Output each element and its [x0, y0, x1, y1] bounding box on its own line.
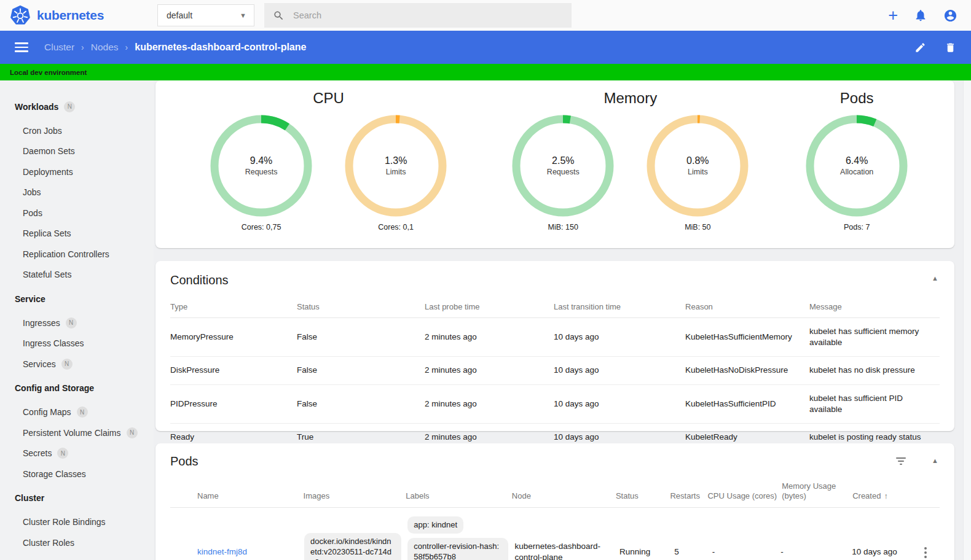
pods-table-header: Name Images Labels Node Status Restarts …	[170, 476, 940, 508]
sidebar-item-cluster-role-bindings[interactable]: Cluster Role Bindings	[0, 512, 154, 533]
filter-icon[interactable]	[896, 456, 906, 465]
cell-type: MemoryPressure	[170, 324, 297, 351]
sidebar-item-services[interactable]: Services N	[0, 354, 154, 375]
row-actions-menu-icon[interactable]	[918, 546, 934, 558]
delete-trash-icon[interactable]	[945, 42, 956, 53]
notifications-bell-icon[interactable]	[914, 9, 927, 22]
donut-percent: 1.3%	[385, 155, 407, 166]
search-icon	[273, 10, 285, 21]
search-bar[interactable]	[264, 3, 572, 28]
cell-reason: KubeletHasNoDiskPressure	[685, 357, 809, 384]
donut-caption: Cores: 0,75	[242, 223, 281, 231]
page-title: kubernetes-dashboard-control-plane	[135, 42, 306, 53]
collapse-arrow-icon[interactable]: ▲	[932, 457, 938, 464]
column-header-name[interactable]: Name	[197, 476, 304, 507]
breadcrumb-cluster[interactable]: Cluster	[44, 42, 74, 53]
sidebar-item-deployments[interactable]: Deployments	[0, 161, 154, 182]
sidebar-section-service[interactable]: Service	[0, 289, 154, 309]
sidebar-item-config-maps[interactable]: Config Maps N	[0, 402, 154, 423]
cell-reason: KubeletHasSufficientMemory	[685, 324, 809, 351]
menu-hamburger-icon[interactable]	[15, 42, 28, 52]
memory-chart-title: Memory	[479, 87, 781, 107]
sidebar-item-ingresses[interactable]: Ingresses N	[0, 313, 154, 333]
namespaced-badge: N	[57, 448, 68, 459]
kubernetes-logo[interactable]: kubernetes	[0, 5, 154, 26]
sidebar-item-jobs[interactable]: Jobs	[0, 182, 154, 203]
sidebar-section-workloads[interactable]: Workloads N	[0, 96, 154, 117]
conditions-card: Conditions ▲ Type Status Last probe time…	[155, 261, 954, 431]
donut-label: Limits	[688, 168, 708, 176]
sidebar-section-cluster[interactable]: Cluster	[0, 488, 154, 508]
cell-message: kubelet has no disk pressure	[809, 357, 940, 384]
sort-ascending-icon: ↑	[884, 491, 888, 501]
column-header-status: Status	[297, 296, 425, 317]
sidebar-item-ingress-classes[interactable]: Ingress Classes	[0, 333, 154, 354]
collapse-arrow-icon[interactable]: ▲	[932, 274, 938, 282]
column-header-images[interactable]: Images	[304, 476, 406, 507]
sidebar-item-secrets[interactable]: Secrets N	[0, 443, 154, 464]
namespaced-badge: N	[61, 359, 73, 370]
pod-name-link[interactable]: kindnet-fmj8d	[197, 547, 247, 556]
sidebar-item-storage-classes[interactable]: Storage Classes	[0, 464, 154, 484]
sidebar-nav: Workloads N Cron Jobs Daemon Sets Deploy…	[0, 80, 154, 560]
breadcrumb-toolbar: Cluster › Nodes › kubernetes-dashboard-c…	[0, 31, 971, 64]
edit-pencil-icon[interactable]	[914, 42, 926, 53]
donut-caption: Pods: 7	[844, 223, 870, 231]
conditions-title: Conditions	[170, 273, 940, 287]
search-input[interactable]	[293, 10, 563, 20]
column-header-message: Message	[809, 296, 940, 317]
cell-last-probe: 2 minutes ago	[425, 391, 554, 418]
pods-chart-group: Pods 6.4% Allocation Pods: 7	[781, 87, 932, 231]
chevron-down-icon: ▼	[240, 12, 246, 19]
donut-caption: Cores: 0,1	[378, 223, 414, 231]
donut-percent: 0.8%	[686, 155, 709, 166]
column-header-actions	[918, 476, 940, 507]
sidebar-item-daemon-sets[interactable]: Daemon Sets	[0, 141, 154, 162]
scrollbar[interactable]	[963, 80, 971, 560]
column-header-created[interactable]: Created↑	[852, 476, 918, 507]
sidebar-item-replication-controllers[interactable]: Replication Controllers	[0, 244, 154, 265]
namespaced-badge: N	[127, 427, 138, 438]
breadcrumb-separator: ›	[81, 42, 84, 52]
namespace-value: default	[167, 10, 192, 20]
pods-chart-title: Pods	[781, 87, 932, 107]
breadcrumb-separator: ›	[125, 42, 128, 52]
allocation-charts-card: CPU 9.4% Requests Cores: 0,75	[155, 80, 954, 248]
cell-last-probe: 2 minutes ago	[425, 324, 554, 351]
sidebar-item-stateful-sets[interactable]: Stateful Sets	[0, 265, 154, 286]
donut-caption: MiB: 50	[685, 223, 710, 231]
column-header-restarts[interactable]: Restarts	[670, 476, 707, 507]
breadcrumb-nodes[interactable]: Nodes	[91, 42, 119, 53]
sidebar-section-config-storage[interactable]: Config and Storage	[0, 378, 154, 399]
sidebar-item-persistent-volume-claims[interactable]: Persistent Volume Claims N	[0, 422, 154, 443]
cell-status: False	[297, 324, 425, 351]
memory-requests-donut: 2.5% Requests MiB: 150	[512, 115, 614, 231]
conditions-table-header: Type Status Last probe time Last transit…	[170, 296, 940, 318]
main-content: CPU 9.4% Requests Cores: 0,75	[154, 80, 971, 560]
column-header-type: Type	[170, 296, 297, 317]
sidebar-item-replica-sets[interactable]: Replica Sets	[0, 224, 154, 244]
cell-last-transition: 10 days ago	[554, 391, 685, 418]
table-row: PIDPressure False 2 minutes ago 10 days …	[170, 385, 940, 424]
cell-status: False	[297, 357, 425, 384]
column-header-labels: Labels	[406, 476, 512, 507]
kubernetes-helm-icon	[10, 5, 31, 26]
logo-text: kubernetes	[37, 8, 104, 23]
labels-cell: app: kindnet controller-revision-hash: 5…	[407, 508, 514, 560]
namespace-selector[interactable]: default ▼	[157, 4, 254, 26]
donut-label: Limits	[386, 168, 406, 176]
column-header-cpu-usage: CPU Usage (cores)	[707, 476, 782, 507]
donut-percent: 6.4%	[846, 155, 868, 166]
column-header-status[interactable]: Status	[616, 476, 670, 507]
create-resource-button[interactable]: +	[888, 7, 898, 24]
memory-limits-donut: 0.8% Limits MiB: 50	[647, 115, 749, 231]
sidebar-item-pods[interactable]: Pods	[0, 203, 154, 224]
column-header-last-probe-time: Last probe time	[425, 296, 554, 317]
cell-node: kubernetes-dashboard-control-plane	[514, 532, 619, 560]
sidebar-item-cron-jobs[interactable]: Cron Jobs	[0, 120, 154, 141]
pods-allocation-donut: 6.4% Allocation Pods: 7	[806, 115, 908, 231]
column-header-node[interactable]: Node	[512, 476, 616, 507]
sidebar-item-cluster-roles[interactable]: Cluster Roles	[0, 532, 154, 553]
column-header-last-transition-time: Last transition time	[554, 296, 685, 317]
user-account-icon[interactable]	[943, 9, 957, 23]
